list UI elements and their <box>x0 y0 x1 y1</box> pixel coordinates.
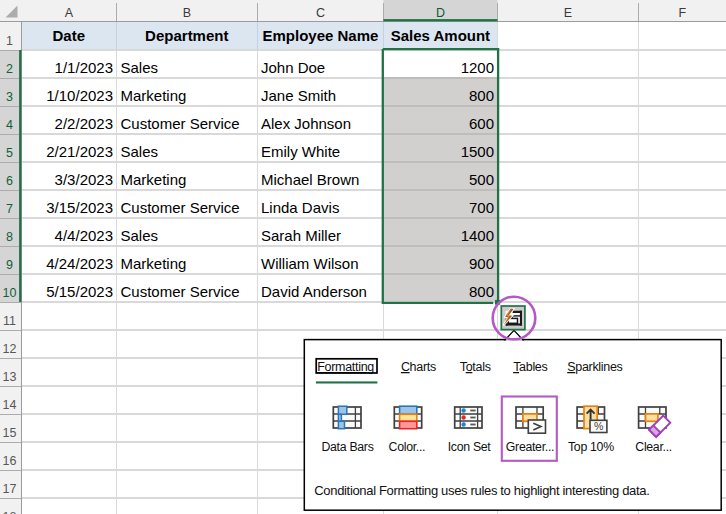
svg-text:9: 9 <box>6 258 13 272</box>
svg-text:Marketing: Marketing <box>121 255 187 272</box>
svg-text:800: 800 <box>469 87 494 104</box>
svg-text:Conditional Formatting uses ru: Conditional Formatting uses rules to hig… <box>314 483 649 498</box>
svg-text:Sales Amount: Sales Amount <box>391 27 490 44</box>
svg-text:13: 13 <box>2 370 16 384</box>
svg-text:4: 4 <box>6 118 13 132</box>
svg-text:Color...: Color... <box>389 440 426 454</box>
svg-text:3/3/2023: 3/3/2023 <box>55 171 113 188</box>
svg-text:Formatting: Formatting <box>317 360 374 374</box>
svg-text:10: 10 <box>2 286 16 300</box>
svg-text:6: 6 <box>6 174 13 188</box>
svg-text:2/21/2023: 2/21/2023 <box>46 143 113 160</box>
svg-text:Sales: Sales <box>121 59 159 76</box>
svg-text:11: 11 <box>3 314 16 328</box>
svg-text:Date: Date <box>53 27 86 44</box>
svg-text:500: 500 <box>469 171 494 188</box>
svg-text:Employee Name: Employee Name <box>262 27 378 44</box>
svg-text:8: 8 <box>6 230 13 244</box>
svg-text:Top 10%: Top 10% <box>568 440 614 454</box>
svg-text:1: 1 <box>6 34 13 48</box>
svg-text:1/10/2023: 1/10/2023 <box>46 87 113 104</box>
svg-text:Data Bars: Data Bars <box>322 440 374 454</box>
svg-text:A: A <box>65 6 74 20</box>
svg-text:2: 2 <box>6 62 13 76</box>
svg-text:14: 14 <box>2 398 16 412</box>
svg-text:18: 18 <box>2 510 16 514</box>
svg-text:Customer Service: Customer Service <box>121 115 240 132</box>
svg-text:Icon Set: Icon Set <box>448 440 492 454</box>
svg-text:D: D <box>436 6 445 20</box>
svg-text:John Doe: John Doe <box>261 59 325 76</box>
svg-text:E: E <box>564 6 572 20</box>
svg-text:%: % <box>594 420 603 432</box>
svg-text:1400: 1400 <box>461 227 494 244</box>
svg-text:Greater...: Greater... <box>506 440 554 454</box>
svg-text:Charts: Charts <box>401 360 436 374</box>
svg-text:F: F <box>678 6 686 20</box>
svg-text:600: 600 <box>469 115 494 132</box>
svg-text:David Anderson: David Anderson <box>261 283 367 300</box>
svg-text:16: 16 <box>2 454 16 468</box>
svg-text:17: 17 <box>2 482 16 496</box>
svg-text:7: 7 <box>6 202 13 216</box>
svg-text:Jane Smith: Jane Smith <box>261 87 336 104</box>
svg-text:Sales: Sales <box>121 143 159 160</box>
svg-text:1/1/2023: 1/1/2023 <box>55 59 113 76</box>
svg-text:800: 800 <box>469 283 494 300</box>
svg-text:15: 15 <box>2 426 16 440</box>
svg-text:Tables: Tables <box>513 360 547 374</box>
svg-text:Sparklines: Sparklines <box>567 360 622 374</box>
svg-text:Alex Johnson: Alex Johnson <box>261 115 351 132</box>
svg-text:4/24/2023: 4/24/2023 <box>46 255 113 272</box>
svg-text:Marketing: Marketing <box>121 87 187 104</box>
svg-text:700: 700 <box>469 199 494 216</box>
svg-text:900: 900 <box>469 255 494 272</box>
svg-text:2/2/2023: 2/2/2023 <box>55 115 113 132</box>
svg-text:3/15/2023: 3/15/2023 <box>46 199 113 216</box>
svg-text:5/15/2023: 5/15/2023 <box>46 283 113 300</box>
svg-text:Sales: Sales <box>121 227 159 244</box>
svg-text:Michael Brown: Michael Brown <box>261 171 359 188</box>
svg-text:12: 12 <box>2 342 16 356</box>
svg-text:B: B <box>183 6 191 20</box>
svg-text:1500: 1500 <box>461 143 494 160</box>
svg-text:C: C <box>316 6 325 20</box>
svg-text:Totals: Totals <box>460 360 491 374</box>
svg-text:Customer Service: Customer Service <box>121 199 240 216</box>
svg-text:William Wilson: William Wilson <box>261 255 359 272</box>
svg-text:3: 3 <box>6 90 13 104</box>
svg-text:Department: Department <box>145 27 228 44</box>
svg-text:5: 5 <box>6 146 13 160</box>
svg-text:Emily White: Emily White <box>261 143 340 160</box>
svg-text:Marketing: Marketing <box>121 171 187 188</box>
svg-text:Linda Davis: Linda Davis <box>261 199 339 216</box>
svg-text:Sarah Miller: Sarah Miller <box>261 227 341 244</box>
svg-text:1200: 1200 <box>461 59 494 76</box>
svg-text:Customer Service: Customer Service <box>121 283 240 300</box>
svg-text:4/4/2023: 4/4/2023 <box>55 227 113 244</box>
svg-text:Clear...: Clear... <box>635 440 672 454</box>
